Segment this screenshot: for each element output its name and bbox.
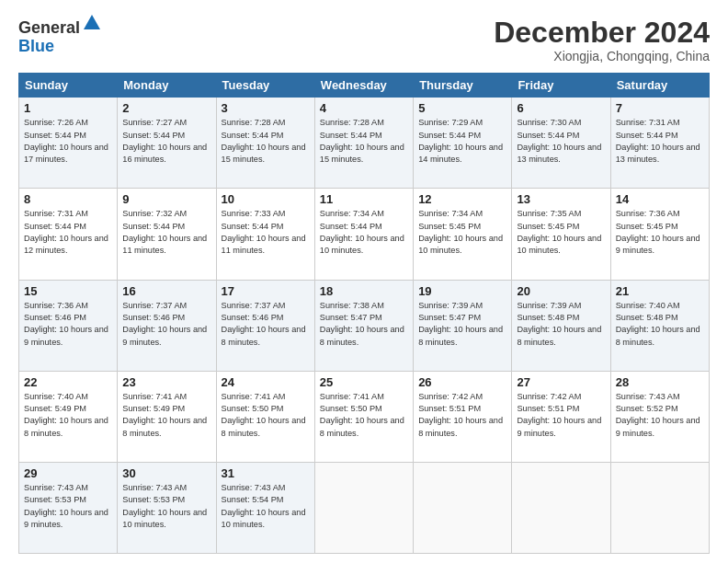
day-info: Sunrise: 7:37 AM Sunset: 5:46 PM Dayligh… [222, 300, 310, 349]
calendar: Sunday Monday Tuesday Wednesday Thursday… [18, 73, 710, 554]
table-row: 26Sunrise: 7:42 AM Sunset: 5:51 PM Dayli… [414, 371, 512, 462]
table-row: 30Sunrise: 7:43 AM Sunset: 5:53 PM Dayli… [118, 462, 216, 553]
day-number: 10 [222, 192, 310, 206]
table-row [610, 462, 709, 553]
table-row: 21Sunrise: 7:40 AM Sunset: 5:48 PM Dayli… [610, 280, 709, 371]
table-row: 15Sunrise: 7:36 AM Sunset: 5:46 PM Dayli… [19, 280, 118, 371]
table-row: 19Sunrise: 7:39 AM Sunset: 5:47 PM Dayli… [414, 280, 512, 371]
location: Xiongjia, Chongqing, China [494, 49, 710, 63]
day-info: Sunrise: 7:43 AM Sunset: 5:53 PM Dayligh… [24, 482, 112, 531]
day-info: Sunrise: 7:32 AM Sunset: 5:44 PM Dayligh… [122, 208, 210, 257]
calendar-row: 15Sunrise: 7:36 AM Sunset: 5:46 PM Dayli… [19, 280, 710, 371]
col-saturday: Saturday [610, 74, 709, 98]
table-row: 11Sunrise: 7:34 AM Sunset: 5:44 PM Dayli… [314, 189, 413, 280]
day-info: Sunrise: 7:36 AM Sunset: 5:46 PM Dayligh… [24, 300, 112, 349]
calendar-row: 29Sunrise: 7:43 AM Sunset: 5:53 PM Dayli… [19, 462, 710, 553]
day-number: 13 [517, 192, 605, 206]
table-row: 10Sunrise: 7:33 AM Sunset: 5:44 PM Dayli… [216, 189, 314, 280]
day-number: 14 [616, 192, 704, 206]
table-row: 13Sunrise: 7:35 AM Sunset: 5:45 PM Dayli… [512, 189, 610, 280]
page: General Blue December 2024 Xiongjia, Cho… [0, 0, 728, 563]
day-number: 23 [122, 375, 210, 389]
day-info: Sunrise: 7:42 AM Sunset: 5:51 PM Dayligh… [418, 391, 506, 440]
day-info: Sunrise: 7:31 AM Sunset: 5:44 PM Dayligh… [616, 117, 704, 166]
table-row: 29Sunrise: 7:43 AM Sunset: 5:53 PM Dayli… [19, 462, 118, 553]
day-number: 19 [418, 284, 506, 298]
col-tuesday: Tuesday [216, 74, 314, 98]
day-info: Sunrise: 7:36 AM Sunset: 5:45 PM Dayligh… [616, 208, 704, 257]
table-row: 31Sunrise: 7:43 AM Sunset: 5:54 PM Dayli… [216, 462, 314, 553]
calendar-row: 22Sunrise: 7:40 AM Sunset: 5:49 PM Dayli… [19, 371, 710, 462]
table-row: 2Sunrise: 7:27 AM Sunset: 5:44 PM Daylig… [118, 98, 216, 189]
day-number: 2 [122, 101, 210, 115]
table-row: 7Sunrise: 7:31 AM Sunset: 5:44 PM Daylig… [610, 98, 709, 189]
day-number: 16 [122, 284, 210, 298]
day-number: 30 [122, 466, 210, 480]
day-number: 29 [24, 466, 112, 480]
day-number: 17 [222, 284, 310, 298]
day-info: Sunrise: 7:30 AM Sunset: 5:44 PM Dayligh… [517, 117, 605, 166]
table-row: 22Sunrise: 7:40 AM Sunset: 5:49 PM Dayli… [19, 371, 118, 462]
table-row: 17Sunrise: 7:37 AM Sunset: 5:46 PM Dayli… [216, 280, 314, 371]
day-number: 28 [616, 375, 704, 389]
day-number: 24 [222, 375, 310, 389]
table-row: 6Sunrise: 7:30 AM Sunset: 5:44 PM Daylig… [512, 98, 610, 189]
table-row: 4Sunrise: 7:28 AM Sunset: 5:44 PM Daylig… [314, 98, 413, 189]
table-row: 9Sunrise: 7:32 AM Sunset: 5:44 PM Daylig… [118, 189, 216, 280]
col-thursday: Thursday [414, 74, 512, 98]
day-number: 21 [616, 284, 704, 298]
day-info: Sunrise: 7:41 AM Sunset: 5:49 PM Dayligh… [122, 391, 210, 440]
table-row: 5Sunrise: 7:29 AM Sunset: 5:44 PM Daylig… [414, 98, 512, 189]
table-row: 20Sunrise: 7:39 AM Sunset: 5:48 PM Dayli… [512, 280, 610, 371]
header: General Blue December 2024 Xiongjia, Cho… [18, 17, 710, 63]
day-number: 27 [517, 375, 605, 389]
day-number: 9 [122, 192, 210, 206]
table-row: 14Sunrise: 7:36 AM Sunset: 5:45 PM Dayli… [610, 189, 709, 280]
day-info: Sunrise: 7:28 AM Sunset: 5:44 PM Dayligh… [222, 117, 310, 166]
day-number: 12 [418, 192, 506, 206]
day-number: 15 [24, 284, 112, 298]
table-row: 3Sunrise: 7:28 AM Sunset: 5:44 PM Daylig… [216, 98, 314, 189]
day-number: 25 [320, 375, 408, 389]
table-row: 27Sunrise: 7:42 AM Sunset: 5:51 PM Dayli… [512, 371, 610, 462]
calendar-row: 8Sunrise: 7:31 AM Sunset: 5:44 PM Daylig… [19, 189, 710, 280]
day-info: Sunrise: 7:43 AM Sunset: 5:53 PM Dayligh… [122, 482, 210, 531]
day-number: 3 [222, 101, 310, 115]
day-number: 1 [24, 101, 112, 115]
day-info: Sunrise: 7:41 AM Sunset: 5:50 PM Dayligh… [222, 391, 310, 440]
day-info: Sunrise: 7:28 AM Sunset: 5:44 PM Dayligh… [320, 117, 408, 166]
day-info: Sunrise: 7:43 AM Sunset: 5:54 PM Dayligh… [222, 482, 310, 531]
table-row: 16Sunrise: 7:37 AM Sunset: 5:46 PM Dayli… [118, 280, 216, 371]
day-number: 26 [418, 375, 506, 389]
svg-marker-0 [84, 15, 100, 29]
day-number: 31 [222, 466, 310, 480]
month-title: December 2024 [494, 17, 710, 49]
day-info: Sunrise: 7:40 AM Sunset: 5:49 PM Dayligh… [24, 391, 112, 440]
logo-general: General [18, 18, 80, 37]
day-info: Sunrise: 7:31 AM Sunset: 5:44 PM Dayligh… [24, 208, 112, 257]
day-info: Sunrise: 7:42 AM Sunset: 5:51 PM Dayligh… [517, 391, 605, 440]
table-row [314, 462, 413, 553]
calendar-header-row: Sunday Monday Tuesday Wednesday Thursday… [19, 74, 710, 98]
table-row: 12Sunrise: 7:34 AM Sunset: 5:45 PM Dayli… [414, 189, 512, 280]
col-monday: Monday [118, 74, 216, 98]
table-row: 8Sunrise: 7:31 AM Sunset: 5:44 PM Daylig… [19, 189, 118, 280]
table-row: 23Sunrise: 7:41 AM Sunset: 5:49 PM Dayli… [118, 371, 216, 462]
day-info: Sunrise: 7:34 AM Sunset: 5:45 PM Dayligh… [418, 208, 506, 257]
day-number: 11 [320, 192, 408, 206]
table-row: 25Sunrise: 7:41 AM Sunset: 5:50 PM Dayli… [314, 371, 413, 462]
day-number: 8 [24, 192, 112, 206]
day-info: Sunrise: 7:40 AM Sunset: 5:48 PM Dayligh… [616, 300, 704, 349]
day-info: Sunrise: 7:41 AM Sunset: 5:50 PM Dayligh… [320, 391, 408, 440]
day-number: 6 [517, 101, 605, 115]
col-friday: Friday [512, 74, 610, 98]
day-number: 7 [616, 101, 704, 115]
logo: General Blue [18, 17, 102, 56]
table-row: 18Sunrise: 7:38 AM Sunset: 5:47 PM Dayli… [314, 280, 413, 371]
day-info: Sunrise: 7:38 AM Sunset: 5:47 PM Dayligh… [320, 300, 408, 349]
table-row: 28Sunrise: 7:43 AM Sunset: 5:52 PM Dayli… [610, 371, 709, 462]
day-info: Sunrise: 7:34 AM Sunset: 5:44 PM Dayligh… [320, 208, 408, 257]
day-info: Sunrise: 7:39 AM Sunset: 5:48 PM Dayligh… [517, 300, 605, 349]
day-info: Sunrise: 7:26 AM Sunset: 5:44 PM Dayligh… [24, 117, 112, 166]
day-number: 22 [24, 375, 112, 389]
